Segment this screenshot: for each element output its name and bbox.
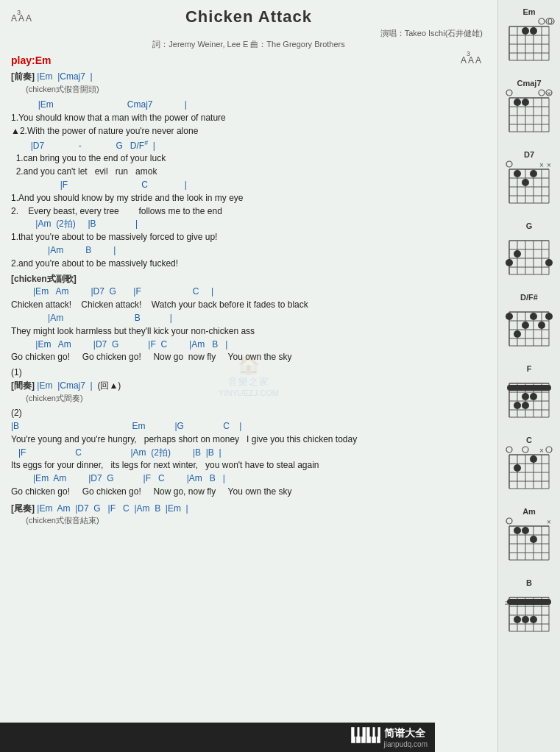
chord-c: C ×	[502, 436, 556, 497]
chorus-line1: Chicken attack! Chicken attack! Watch yo…	[11, 299, 486, 311]
svg-point-124	[506, 518, 512, 524]
bottom-bar: 简谱大全 jianpudq.com	[0, 723, 435, 752]
svg-point-106	[522, 402, 529, 409]
interlude2-label: (2)	[11, 407, 486, 419]
chorus-label: [chicken式副歌]	[11, 273, 486, 285]
svg-point-89	[538, 322, 545, 329]
verse1-chords2: |D7 - G D/F# |	[11, 138, 486, 152]
verse1-line5: 1.And you should know by my stride and t…	[11, 192, 486, 205]
svg-point-85	[506, 313, 513, 320]
verse2-line3: Go chicken go! Go chicken go! Now go, no…	[11, 486, 486, 498]
interlude1: [間奏] |Em |Cmaj7 | (回▲)	[11, 380, 486, 392]
credits: 詞：Jeremy Weiner, Lee E 曲：The Gregory Bro…	[11, 39, 486, 50]
svg-rect-8	[369, 727, 372, 737]
svg-point-107	[506, 447, 512, 453]
svg-point-23	[530, 27, 537, 35]
site-url: jianpudq.com	[384, 740, 428, 748]
chord-g: G	[502, 221, 556, 283]
svg-point-57	[530, 170, 537, 177]
verse2-line1: You're young and you're hungry, perhaps …	[11, 433, 486, 446]
svg-point-120	[546, 447, 552, 453]
verse1-line1: 1.You should know that a man with the po…	[11, 112, 486, 124]
svg-point-90	[545, 313, 553, 320]
svg-text:×: ×	[539, 161, 544, 169]
svg-point-154	[522, 616, 529, 623]
chorus-chords3: |Em Am |D7 G |F C |Am B |	[11, 338, 486, 351]
chorus-line3: Go chicken go! Go chicken go! Now go now…	[11, 351, 486, 363]
svg-point-27	[539, 90, 545, 96]
svg-point-103	[522, 393, 529, 400]
svg-text:×: ×	[547, 90, 551, 98]
svg-point-24	[539, 18, 545, 24]
svg-point-71	[514, 250, 521, 258]
svg-point-55	[514, 170, 521, 177]
svg-text:×: ×	[539, 447, 544, 455]
svg-point-136	[514, 527, 521, 534]
svg-point-87	[522, 322, 529, 329]
chord-f: F	[502, 364, 556, 425]
svg-point-26	[506, 90, 512, 96]
verse2-chords3: |Em Am |D7 G |F C |Am B |	[11, 472, 486, 485]
song-title: Chicken Attack	[85, 7, 413, 26]
chord-df-sharp: D/F#	[502, 293, 556, 354]
svg-rect-152	[507, 599, 551, 605]
chorus-chords2: |Am B |	[11, 312, 486, 324]
svg-point-72	[506, 259, 513, 266]
svg-point-155	[530, 616, 537, 623]
svg-point-73	[545, 259, 553, 266]
svg-point-105	[514, 402, 521, 409]
verse1-line2: ▲2.With the power of nature you're never…	[11, 125, 486, 138]
svg-point-40	[514, 99, 521, 106]
intro-label: [前奏] |Em |Cmaj7 |	[11, 71, 486, 83]
svg-point-22	[522, 27, 529, 35]
verse1-line3: 1.can bring you to the end of your luck	[11, 152, 486, 165]
artist-info: 演唱：Takeo Ischi(石井健雄)	[11, 28, 483, 39]
chord-d7: D7 × ×	[502, 150, 556, 211]
chord-cmaj7: Cmaj7	[502, 79, 556, 140]
svg-point-86	[514, 330, 521, 338]
verse1-chords3: |F C |	[11, 179, 486, 191]
chord-em: Em	[502, 7, 556, 68]
verse1-line4: 2.and you can't let evil run amok	[11, 166, 486, 178]
chord-sidebar: Em	[497, 0, 560, 752]
chorus-line2: They might look harmless but they'll kic…	[11, 325, 486, 338]
svg-point-138	[530, 536, 537, 543]
svg-point-122	[530, 455, 537, 463]
verse2-chords1: |B Em |G C |	[11, 420, 486, 433]
verse1-chords1: |Em Cmaj7 |	[11, 99, 486, 111]
verse2-chords2: |F C |Am (2拍) |B |B |	[11, 447, 486, 459]
play-key: play:Em	[11, 54, 51, 66]
verse1-chords5: |Am B |	[11, 244, 486, 257]
svg-point-56	[522, 179, 529, 186]
verse1-line8: 2.and you're about to be massively fucke…	[11, 258, 486, 270]
chord-b: B 2	[502, 578, 556, 639]
interlude1-label: (1)	[11, 366, 486, 379]
svg-point-41	[522, 99, 529, 106]
svg-point-119	[522, 447, 528, 453]
piano-icon	[351, 727, 380, 748]
svg-rect-6	[354, 727, 357, 737]
verse1-chords4: |Am (2拍) |B |	[11, 218, 486, 230]
verse1-line6: 2. Every beast, every tree follows me to…	[11, 205, 486, 218]
outro-sub: (chicken式假音結束)	[26, 515, 486, 526]
chord-am: Am ×	[502, 507, 556, 568]
svg-rect-7	[359, 727, 362, 737]
interlude1-sub: (chicken式間奏)	[26, 393, 486, 404]
svg-point-104	[530, 393, 537, 400]
svg-text:×: ×	[547, 518, 551, 526]
svg-point-121	[514, 464, 521, 472]
svg-point-43	[506, 161, 512, 167]
svg-text:×: ×	[547, 161, 551, 169]
svg-point-153	[514, 616, 521, 623]
verse1-line7: 1.that you're about to be massively forc…	[11, 231, 486, 244]
svg-point-137	[522, 527, 529, 534]
svg-rect-102	[507, 385, 551, 391]
site-name: 简谱大全	[384, 727, 428, 740]
intro-sub: (chicken式假音開頭)	[26, 84, 486, 95]
outro-label: [尾奏] |Em Am |D7 G |F C |Am B |Em |	[11, 503, 486, 515]
verse2-line2: Its eggs for your dinner, its legs for n…	[11, 459, 486, 472]
chorus-chords1: |Em Am |D7 G |F C |	[11, 285, 486, 298]
svg-point-88	[530, 313, 537, 320]
svg-rect-9	[375, 727, 378, 737]
